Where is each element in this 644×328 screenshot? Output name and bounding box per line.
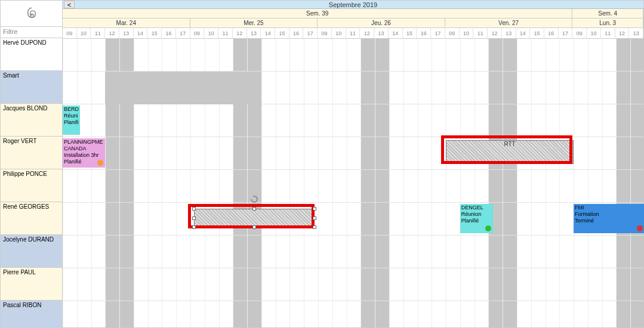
filter-label: Filtre xyxy=(1,27,62,38)
hour-header: 14 xyxy=(389,28,403,38)
hour-header: 16 xyxy=(544,28,559,38)
hour-header: 17 xyxy=(176,28,190,38)
resource-row[interactable]: Jacques BLOND xyxy=(1,104,62,137)
week-header-row: Sem. 39Sem. 4 xyxy=(63,9,643,18)
grid-row[interactable] xyxy=(63,203,643,236)
hour-header: 10 xyxy=(587,28,601,38)
hour-header: 15 xyxy=(147,28,162,38)
selection-frame xyxy=(188,204,315,228)
hour-header: 12 xyxy=(233,28,247,38)
svg-point-1 xyxy=(32,15,33,16)
status-icon xyxy=(637,225,643,231)
hour-header: 17 xyxy=(431,28,445,38)
grid-row[interactable] xyxy=(63,268,643,301)
grid-row[interactable] xyxy=(63,236,643,268)
hour-header: 11 xyxy=(473,28,488,38)
resize-handle[interactable] xyxy=(252,207,256,211)
hour-header: 17 xyxy=(303,28,318,38)
hour-header: 10 xyxy=(460,28,474,38)
hour-header: 12 xyxy=(360,28,374,38)
day-header: Lun. 3 xyxy=(572,18,643,27)
hour-header: 14 xyxy=(261,28,275,38)
hour-header: 13 xyxy=(247,28,261,38)
hour-header: 15 xyxy=(403,28,417,38)
day-header: Jeu. 26 xyxy=(318,18,445,27)
hour-header: 09 xyxy=(572,28,587,38)
day-header-row: Mar. 24Mer. 25Jeu. 26Ven. 27Lun. 3 xyxy=(63,18,643,28)
hour-header: 12 xyxy=(488,28,502,38)
hour-header: 11 xyxy=(601,28,615,38)
hour-header: 14 xyxy=(134,28,148,38)
rotate-icon[interactable] xyxy=(251,196,258,203)
grid-row[interactable] xyxy=(63,39,643,72)
day-header: Ven. 27 xyxy=(445,18,573,27)
hour-header: 12 xyxy=(105,28,119,38)
week-header: Sem. 4 xyxy=(572,9,643,18)
hour-header: 13 xyxy=(374,28,389,38)
week-header: Sem. 39 xyxy=(63,9,572,18)
resize-handle[interactable] xyxy=(313,225,316,229)
event-berd[interactable]: BERDRéuniPlanifi xyxy=(63,106,80,135)
resource-row[interactable]: Pierre PAUL xyxy=(1,268,62,301)
status-icon xyxy=(485,225,491,231)
hour-header: 17 xyxy=(559,28,573,38)
resize-handle[interactable] xyxy=(192,225,196,229)
day-header: Mar. 24 xyxy=(63,18,190,27)
grid-row[interactable] xyxy=(63,104,643,137)
hour-header: 14 xyxy=(516,28,531,38)
resource-row[interactable]: Roger VERT xyxy=(1,137,62,169)
unavailable-block xyxy=(105,72,261,104)
hour-header: 10 xyxy=(204,28,218,38)
resize-handle[interactable] xyxy=(192,216,196,220)
hour-header: 16 xyxy=(417,28,431,38)
highlight-frame xyxy=(441,135,572,164)
hour-header: 15 xyxy=(275,28,289,38)
hour-header: 10 xyxy=(77,28,91,38)
event-fmi[interactable]: FMIFormationTerminé xyxy=(574,204,644,233)
chevron-left-icon: < xyxy=(67,1,71,9)
hour-header-row: 0910111213141516170910111213141516170910… xyxy=(63,28,643,39)
event-dengel[interactable]: DENGELRéunionPlanifié xyxy=(460,204,493,233)
grid-row[interactable] xyxy=(63,301,643,328)
app-logo xyxy=(1,1,62,27)
resize-handle[interactable] xyxy=(252,225,256,229)
hour-header: 09 xyxy=(63,28,77,38)
hour-header: 10 xyxy=(332,28,346,38)
hour-header: 11 xyxy=(91,28,105,38)
hour-header: 12 xyxy=(615,28,630,38)
hour-header: 13 xyxy=(502,28,516,38)
resize-handle[interactable] xyxy=(313,207,316,211)
hour-header: 09 xyxy=(318,28,332,38)
hour-header: 15 xyxy=(530,28,544,38)
resource-row[interactable]: Jocelyne DURAND xyxy=(1,235,62,268)
day-header: Mer. 25 xyxy=(190,18,318,27)
resource-row[interactable]: René GEORGES xyxy=(1,202,62,235)
resource-row[interactable]: Hervé DUPOND xyxy=(1,38,62,71)
hour-header: 11 xyxy=(346,28,360,38)
hour-header: 11 xyxy=(218,28,233,38)
event-planningpme[interactable]: PLANNINGPMECANADAInstallation 3hrPlanifi… xyxy=(63,138,105,168)
hour-header: 13 xyxy=(629,28,643,38)
hour-header: 09 xyxy=(445,28,460,38)
month-title-bar: < Septembre 2019 xyxy=(63,1,643,9)
month-title: Septembre 2019 xyxy=(329,1,377,8)
resource-row[interactable]: Smart xyxy=(1,71,62,104)
resize-handle[interactable] xyxy=(313,216,316,220)
grid-row[interactable] xyxy=(63,170,643,203)
hour-header: 16 xyxy=(289,28,304,38)
hour-header: 13 xyxy=(119,28,134,38)
resource-row[interactable]: Philippe PONCE xyxy=(1,169,62,202)
resource-row[interactable]: Pascal RIBON xyxy=(1,301,62,328)
hour-header: 09 xyxy=(190,28,205,38)
prev-button[interactable]: < xyxy=(64,1,75,8)
hour-header: 16 xyxy=(162,28,176,38)
resize-handle[interactable] xyxy=(192,207,196,211)
schedule-grid[interactable]: BERDRéuniPlanifiPLANNINGPMECANADAInstall… xyxy=(63,39,643,327)
